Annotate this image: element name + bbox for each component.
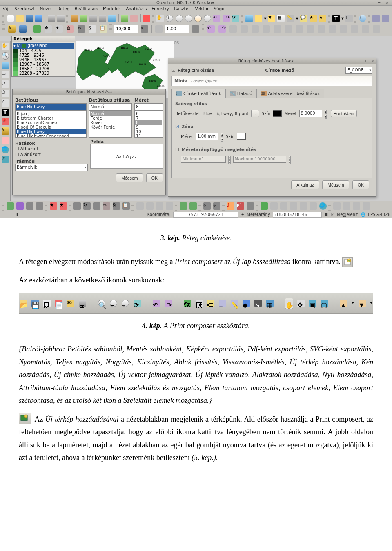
ctb-save-template[interactable]: 💾 xyxy=(31,298,40,309)
toolbar-node[interactable]: ✦ xyxy=(54,24,64,34)
ctb-add-shape[interactable]: ◆ xyxy=(242,298,251,309)
toolbar-maptips[interactable]: 💬 xyxy=(300,13,308,23)
toolbar-zoomfull[interactable] xyxy=(185,13,193,23)
scale-max-input[interactable]: Maximum10000000 xyxy=(233,156,286,163)
btb-13[interactable] xyxy=(136,202,145,211)
tab-data-defined[interactable]: ▦Adatvezérelt beállítások xyxy=(256,89,325,98)
btb-7[interactable] xyxy=(73,202,82,211)
btb-12[interactable]: 📋 xyxy=(122,202,131,211)
coord-toggle-icon[interactable]: ✦ xyxy=(241,212,244,217)
menu-plugins[interactable]: Modulok xyxy=(102,6,122,12)
toolbar-open[interactable] xyxy=(16,13,24,23)
style-list[interactable]: Normál Ferde Kövér Kövér Ferde xyxy=(89,111,132,138)
menu-file[interactable]: Fájl xyxy=(2,6,10,12)
coord-value[interactable]: 757319.5066721 xyxy=(173,212,238,218)
toolbar-adv14[interactable] xyxy=(372,24,381,34)
btb-10[interactable]: ✂ xyxy=(102,202,111,211)
font-option[interactable]: Bijou JL xyxy=(16,111,86,116)
btb-6[interactable]: ★ xyxy=(59,202,68,211)
style-option[interactable]: Ferde xyxy=(90,116,131,120)
toolbar-undo[interactable]: ↶ xyxy=(206,24,216,34)
toolbar-pan[interactable]: ✋ xyxy=(156,13,164,23)
toolbar-adv5[interactable] xyxy=(272,24,282,34)
lt-edit[interactable]: ✎ xyxy=(1,127,10,136)
ctb-print[interactable]: 🖨 xyxy=(78,298,87,309)
btb-23[interactable] xyxy=(246,202,255,211)
toolbar-delsel[interactable]: 🗑 xyxy=(65,24,75,34)
lt-zoom[interactable]: 🔍 xyxy=(1,51,10,60)
btb-3[interactable] xyxy=(25,202,34,211)
apply-button[interactable]: Alkalmaz xyxy=(291,180,319,189)
toolbar-adv2[interactable] xyxy=(239,24,249,34)
toolbar-measure[interactable]: 📏 xyxy=(286,13,294,23)
toolbar-labeling[interactable]: 🏷 xyxy=(345,13,353,23)
size-option[interactable]: 8 xyxy=(135,120,162,125)
cancel-button[interactable]: Mégsem xyxy=(322,180,349,189)
window-controls[interactable]: — + × xyxy=(369,0,390,6)
btb-5[interactable]: ★ xyxy=(49,202,58,211)
toolbar-addpostgis[interactable] xyxy=(89,13,97,23)
font-list[interactable]: Bijou JL Bitstream Charter BlackcurrantC… xyxy=(15,111,87,138)
scale-value[interactable]: :182835718146 xyxy=(273,212,322,218)
toolbar-zoomout[interactable]: − xyxy=(175,13,183,23)
ctb-group[interactable]: ▣ xyxy=(308,298,317,309)
btb-29[interactable] xyxy=(309,202,318,211)
btb-22[interactable]: p² xyxy=(236,202,245,211)
menu-forestry[interactable]: Forestry xyxy=(151,6,170,12)
crs-icon[interactable]: 🌐 xyxy=(361,212,365,217)
btb-34[interactable] xyxy=(362,202,371,211)
lt-identify[interactable]: i xyxy=(1,61,10,70)
tab-label-settings[interactable]: 🏷Címke beállítások xyxy=(172,89,226,98)
ctb-align[interactable]: ▼ xyxy=(358,298,366,309)
btb-9[interactable] xyxy=(92,202,101,211)
lt-erase[interactable] xyxy=(1,136,10,145)
btb-26[interactable] xyxy=(279,202,288,211)
font-option[interactable]: Blue Highway Condensed xyxy=(16,134,86,138)
menu-database[interactable]: Adatbázis xyxy=(125,6,147,12)
size-option[interactable]: 7 xyxy=(135,116,162,120)
toolbar-zoomnext[interactable]: ↶ xyxy=(222,13,230,23)
toolbar-addspatialite[interactable] xyxy=(98,13,107,23)
btb-20[interactable]: ⟐ xyxy=(212,202,221,211)
zone-checkbox[interactable]: ☑ xyxy=(175,124,179,129)
font-ok-button[interactable]: OK xyxy=(146,173,163,182)
lt-refresh[interactable]: ⟳ xyxy=(1,155,10,164)
menu-edit[interactable]: Szerkeszt xyxy=(13,6,36,12)
lt-line[interactable]: ╱ xyxy=(1,98,10,107)
scale-min-spinner[interactable]: ▴▾ xyxy=(228,154,231,164)
size-input[interactable]: 8,0000 xyxy=(299,110,322,117)
toolbar-adv12[interactable] xyxy=(350,24,359,34)
toolbar-adv8[interactable] xyxy=(305,24,315,34)
ctb-move-content[interactable]: ✥ xyxy=(296,298,305,309)
lt-circle[interactable]: ○ xyxy=(1,80,10,89)
font-option[interactable]: Bitstream Charter xyxy=(16,116,86,120)
font-choose-button[interactable]: ... xyxy=(251,110,259,117)
toolbar-composer-mgr[interactable] xyxy=(57,13,65,23)
btb-18[interactable] xyxy=(189,202,198,211)
toolbar-adv7[interactable] xyxy=(294,24,304,34)
ctb-redo[interactable]: ↶ xyxy=(164,298,172,309)
font-option-selected[interactable]: Blue Highway xyxy=(16,129,86,134)
scale-min-input[interactable]: Minimum1 xyxy=(181,156,226,163)
btb-21[interactable]: ♪ xyxy=(226,202,235,211)
btb-4[interactable] xyxy=(35,202,44,211)
tab-advanced[interactable]: 🔧Haladó xyxy=(225,89,257,98)
font-option[interactable]: BlackcurrantCameo xyxy=(16,120,86,125)
ctb-add-map[interactable]: 🗺 xyxy=(183,298,192,309)
lt-pan[interactable]: ✋ xyxy=(1,42,10,51)
size-input[interactable]: 8 xyxy=(134,103,163,111)
layers-tree[interactable]: ▾ ☑ grassland 104 - 4725 4725 - 9346 934… xyxy=(12,42,75,76)
menubar[interactable]: Fájl Szerkeszt Nézet Réteg Beállítások M… xyxy=(0,6,392,12)
menu-raster[interactable]: Raszter xyxy=(173,6,191,12)
render-label[interactable]: Megjelenít xyxy=(337,212,358,217)
label-field-combo[interactable]: F_CODE xyxy=(345,67,372,74)
toolbar-simplify[interactable] xyxy=(154,24,164,34)
toolbar-bookmark[interactable]: ★ xyxy=(309,13,317,23)
toolbar-newshp[interactable] xyxy=(120,13,129,23)
size-option[interactable]: 10 xyxy=(135,129,162,134)
menu-settings[interactable]: Beállítások xyxy=(74,6,99,12)
strikethrough-checkbox[interactable]: ☐ Áthúzott xyxy=(15,146,88,151)
ctb-add-arrow[interactable]: ↘ xyxy=(254,298,263,309)
toolbar-adv13[interactable] xyxy=(361,24,370,34)
btb-1[interactable] xyxy=(6,202,15,211)
